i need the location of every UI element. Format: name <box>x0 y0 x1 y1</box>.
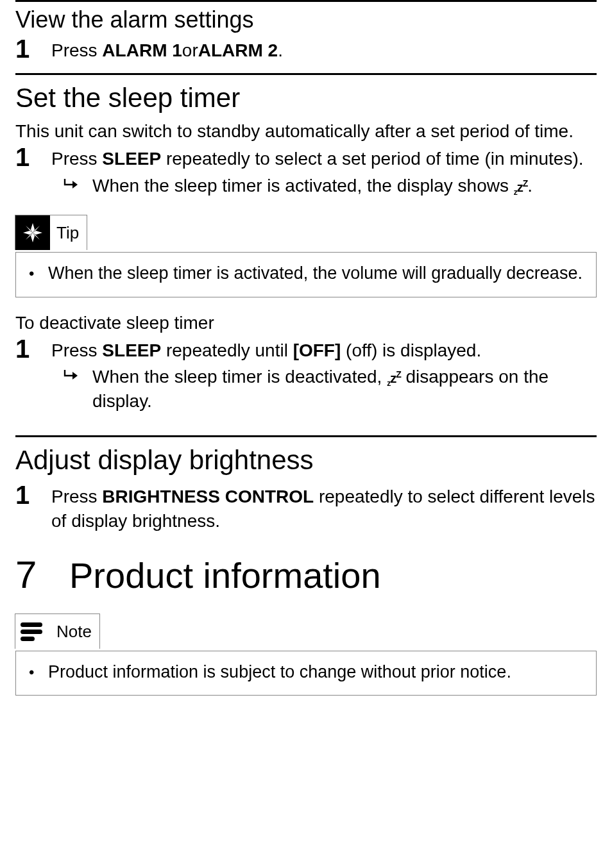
step-text: Press SLEEP repeatedly to select a set p… <box>51 143 597 171</box>
note-label: Note <box>50 622 92 642</box>
tip-header: Tip <box>15 215 87 250</box>
display-value-off: [OFF] <box>293 340 341 360</box>
step-number: 1 <box>15 335 51 363</box>
note-header: Note <box>15 613 100 649</box>
result-arrow-icon <box>51 365 92 381</box>
button-label-alarm2: ALARM 2 <box>198 40 278 60</box>
tip-body-text: When the sleep timer is activated, the v… <box>48 262 583 285</box>
text-press: Press <box>51 40 102 60</box>
svg-rect-2 <box>21 637 35 641</box>
sleep-icon: zzZ <box>514 180 528 194</box>
text-period: . <box>278 40 283 60</box>
bullet-icon: • <box>29 262 48 283</box>
sleep-icon: zzZ <box>387 371 401 385</box>
svg-rect-1 <box>21 630 42 634</box>
button-label-sleep: SLEEP <box>102 149 161 169</box>
note-icon <box>15 614 50 649</box>
step-text: Press ALARM 1orALARM 2. <box>51 35 597 63</box>
text-segment: repeatedly until <box>161 340 293 360</box>
step-number: 1 <box>15 35 51 63</box>
heading-sleep-timer: Set the sleep timer <box>15 81 597 115</box>
button-label-sleep: SLEEP <box>102 340 161 360</box>
text-press: Press <box>51 487 102 506</box>
tip-icon <box>15 215 50 250</box>
text-rest: repeatedly to select a set period of tim… <box>161 149 583 169</box>
step-number: 1 <box>15 481 51 509</box>
heading-brightness: Adjust display brightness <box>15 444 597 478</box>
text-segment: . <box>527 176 532 196</box>
text-or: or <box>182 40 198 60</box>
text-segment: When the sleep timer is activated, the d… <box>92 176 514 196</box>
subheading-deactivate: To deactivate sleep timer <box>15 313 597 333</box>
result-arrow-icon <box>51 174 92 190</box>
text-press: Press <box>51 340 102 360</box>
note-box: • Product information is subject to chan… <box>15 651 597 696</box>
button-label-brightness: BRIGHTNESS CONTROL <box>102 487 314 506</box>
button-label-alarm1: ALARM 1 <box>102 40 182 60</box>
step-text: Press BRIGHTNESS CONTROL repeatedly to s… <box>51 481 597 533</box>
text-segment: When the sleep timer is deactivated, <box>92 367 387 387</box>
step-number: 1 <box>15 143 51 171</box>
tip-box: • When the sleep timer is activated, the… <box>15 252 597 297</box>
step-text: Press SLEEP repeatedly until [OFF] (off)… <box>51 335 597 363</box>
chapter-number: 7 <box>15 553 69 597</box>
intro-text: This unit can switch to standby automati… <box>15 119 597 144</box>
bullet-icon: • <box>29 660 48 682</box>
result-text: When the sleep timer is deactivated, zzZ… <box>92 365 597 413</box>
text-press: Press <box>51 149 102 169</box>
chapter-heading: 7 Product information <box>15 553 597 597</box>
text-segment: (off) is displayed. <box>341 340 481 360</box>
result-text: When the sleep timer is activated, the d… <box>92 174 597 198</box>
chapter-title: Product information <box>69 556 381 596</box>
heading-view-alarm: View the alarm settings <box>15 6 597 33</box>
tip-label: Tip <box>50 223 79 243</box>
note-body-text: Product information is subject to change… <box>48 660 583 683</box>
svg-rect-0 <box>21 622 42 627</box>
